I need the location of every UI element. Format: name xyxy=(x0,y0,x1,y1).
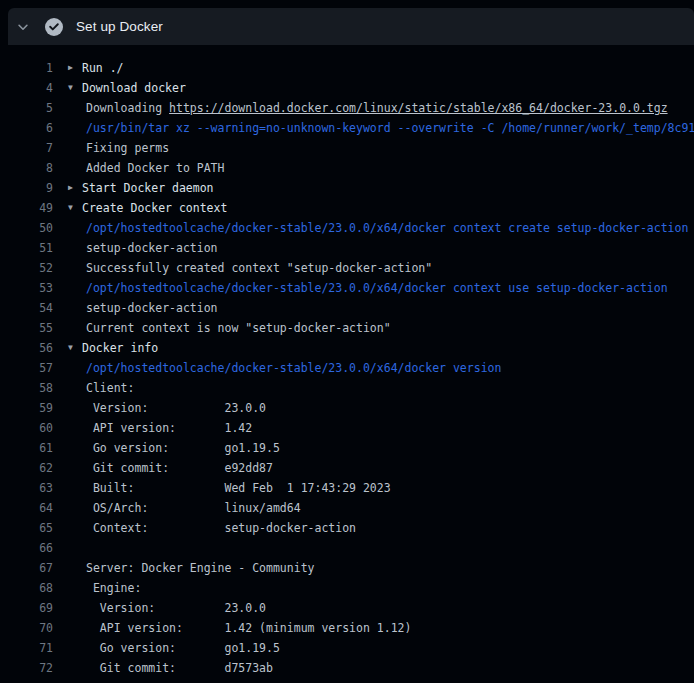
log-group-row[interactable]: 9▶Start Docker daemon xyxy=(0,178,694,198)
gutter-spacer xyxy=(68,538,82,558)
gutter-spacer xyxy=(68,478,82,498)
check-circle-icon xyxy=(45,18,63,36)
line-number[interactable]: 5 xyxy=(0,98,53,118)
line-number[interactable]: 9 xyxy=(0,178,53,198)
line-number[interactable]: 56 xyxy=(0,338,53,358)
step-header-setup-docker[interactable]: Set up Docker xyxy=(8,8,694,45)
line-number[interactable]: 53 xyxy=(0,278,53,298)
log-line: 5Downloading https://download.docker.com… xyxy=(0,98,694,118)
log-text: OS/Arch: linux/amd64 xyxy=(82,498,301,518)
group-title[interactable]: Download docker xyxy=(82,78,186,98)
log-group-row[interactable]: 56▼Docker info xyxy=(0,338,694,358)
log-text: Client: xyxy=(82,378,134,398)
log-group-row[interactable]: 4▼Download docker xyxy=(0,78,694,98)
log-group-row[interactable]: 1▶Run ./ xyxy=(0,58,694,78)
log-text: Go version: go1.19.5 xyxy=(82,638,280,658)
log-text: Version: 23.0.0 xyxy=(82,398,266,418)
log-line: 63 Built: Wed Feb 1 17:43:29 2023 xyxy=(0,478,694,498)
gutter-spacer xyxy=(68,618,82,638)
line-number[interactable]: 60 xyxy=(0,418,53,438)
line-number[interactable]: 51 xyxy=(0,238,53,258)
line-number[interactable]: 49 xyxy=(0,198,53,218)
log-text: Context: setup-docker-action xyxy=(82,518,356,538)
log-text: Go version: go1.19.5 xyxy=(82,438,280,458)
log-text: Added Docker to PATH xyxy=(82,158,224,178)
gutter-spacer xyxy=(68,498,82,518)
gutter-spacer xyxy=(68,598,82,618)
command-text: /opt/hostedtoolcache/docker-stable/23.0.… xyxy=(82,358,501,378)
line-number[interactable]: 55 xyxy=(0,318,53,338)
log-line: 72 Git commit: d7573ab xyxy=(0,658,694,678)
group-expanded-icon[interactable]: ▼ xyxy=(68,198,82,218)
line-number[interactable]: 7 xyxy=(0,138,53,158)
group-title[interactable]: Run ./ xyxy=(82,58,124,78)
log-text: Git commit: e92dd87 xyxy=(82,458,273,478)
line-number[interactable]: 58 xyxy=(0,378,53,398)
line-number[interactable]: 50 xyxy=(0,218,53,238)
line-number[interactable]: 63 xyxy=(0,478,53,498)
log-line: 57/opt/hostedtoolcache/docker-stable/23.… xyxy=(0,358,694,378)
line-number[interactable]: 64 xyxy=(0,498,53,518)
line-number[interactable]: 65 xyxy=(0,518,53,538)
gutter-spacer xyxy=(68,218,82,238)
log-output: 1▶Run ./4▼Download docker5Downloading ht… xyxy=(0,45,694,678)
step-title: Set up Docker xyxy=(76,19,163,34)
log-line: 65 Context: setup-docker-action xyxy=(0,518,694,538)
gutter-spacer xyxy=(68,118,82,138)
log-line: 54setup-docker-action xyxy=(0,298,694,318)
log-text: Current context is now "setup-docker-act… xyxy=(82,318,391,338)
log-line: 50/opt/hostedtoolcache/docker-stable/23.… xyxy=(0,218,694,238)
group-collapsed-icon[interactable]: ▶ xyxy=(68,178,82,198)
line-number[interactable]: 69 xyxy=(0,598,53,618)
group-title[interactable]: Create Docker context xyxy=(82,198,227,218)
line-number[interactable]: 72 xyxy=(0,658,53,678)
step-expand-toggle[interactable] xyxy=(8,8,38,45)
log-line: 60 API version: 1.42 xyxy=(0,418,694,438)
log-text: API version: 1.42 xyxy=(82,418,252,438)
line-number[interactable]: 8 xyxy=(0,158,53,178)
line-number[interactable]: 6 xyxy=(0,118,53,138)
gutter-spacer xyxy=(68,258,82,278)
line-number[interactable]: 68 xyxy=(0,578,53,598)
command-text: /usr/bin/tar xz --warning=no-unknown-key… xyxy=(82,118,694,138)
gutter-spacer xyxy=(68,398,82,418)
log-line: 53/opt/hostedtoolcache/docker-stable/23.… xyxy=(0,278,694,298)
line-number[interactable]: 4 xyxy=(0,78,53,98)
line-number[interactable]: 59 xyxy=(0,398,53,418)
gutter-spacer xyxy=(68,658,82,678)
log-line: 68 Engine: xyxy=(0,578,694,598)
line-number[interactable]: 1 xyxy=(0,58,53,78)
gutter-spacer xyxy=(68,418,82,438)
log-text: Successfully created context "setup-dock… xyxy=(82,258,432,278)
log-text: API version: 1.42 (minimum version 1.12) xyxy=(82,618,411,638)
line-number[interactable]: 66 xyxy=(0,538,53,558)
log-line: 64 OS/Arch: linux/amd64 xyxy=(0,498,694,518)
group-collapsed-icon[interactable]: ▶ xyxy=(68,58,82,78)
gutter-spacer xyxy=(68,438,82,458)
log-line: 66 xyxy=(0,538,694,558)
command-text: /opt/hostedtoolcache/docker-stable/23.0.… xyxy=(82,278,668,298)
log-line: 55Current context is now "setup-docker-a… xyxy=(0,318,694,338)
line-number[interactable]: 62 xyxy=(0,458,53,478)
group-title[interactable]: Start Docker daemon xyxy=(82,178,214,198)
gutter-spacer xyxy=(68,298,82,318)
gutter-spacer xyxy=(68,238,82,258)
group-expanded-icon[interactable]: ▼ xyxy=(68,338,82,358)
gutter-spacer xyxy=(68,278,82,298)
log-line: 51setup-docker-action xyxy=(0,238,694,258)
log-group-row[interactable]: 49▼Create Docker context xyxy=(0,198,694,218)
log-line: 61 Go version: go1.19.5 xyxy=(0,438,694,458)
line-number[interactable]: 61 xyxy=(0,438,53,458)
group-title[interactable]: Docker info xyxy=(82,338,158,358)
line-number[interactable]: 70 xyxy=(0,618,53,638)
line-number[interactable]: 67 xyxy=(0,558,53,578)
log-text: Version: 23.0.0 xyxy=(82,598,266,618)
line-number[interactable]: 71 xyxy=(0,638,53,658)
line-number[interactable]: 57 xyxy=(0,358,53,378)
gutter-spacer xyxy=(68,318,82,338)
group-expanded-icon[interactable]: ▼ xyxy=(68,78,82,98)
line-number[interactable]: 52 xyxy=(0,258,53,278)
gutter-spacer xyxy=(68,98,82,118)
line-number[interactable]: 54 xyxy=(0,298,53,318)
download-url-link[interactable]: https://download.docker.com/linux/static… xyxy=(169,101,668,115)
